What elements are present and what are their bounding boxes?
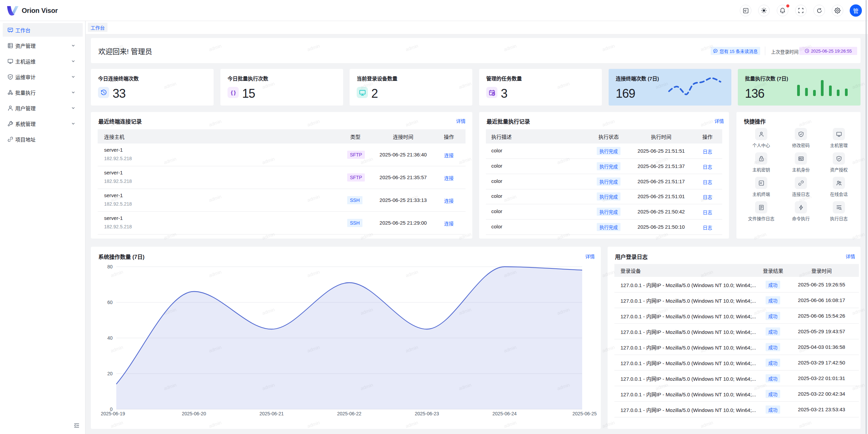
svg-text:2025-06-22: 2025-06-22 [337,411,361,416]
svg-text:2025-06-25: 2025-06-25 [572,411,597,416]
svg-text:2025-06-23: 2025-06-23 [415,411,439,416]
svg-text:2025-06-24: 2025-06-24 [492,411,517,416]
svg-text:60: 60 [107,300,113,305]
svg-text:{ }: { } [231,90,236,95]
svg-text:2025-06-19: 2025-06-19 [101,411,125,416]
svg-text:40: 40 [107,335,113,341]
svg-text:20: 20 [107,371,113,376]
svg-text:2025-06-21: 2025-06-21 [259,411,284,416]
svg-text:2025-06-20: 2025-06-20 [182,411,206,416]
svg-text:80: 80 [107,264,113,269]
